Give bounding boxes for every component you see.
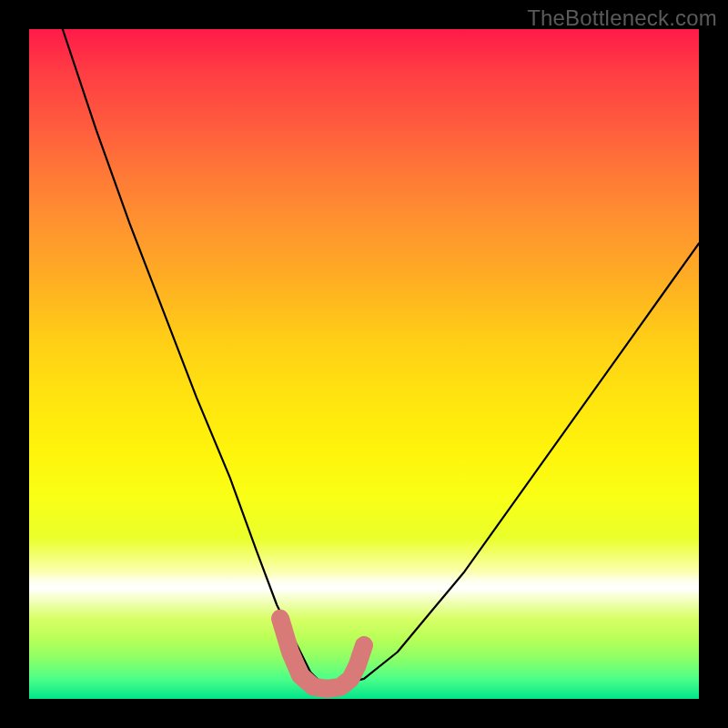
chart-frame: TheBottleneck.com — [0, 0, 728, 728]
bottleneck-chart — [29, 29, 699, 699]
bottleneck-curve — [63, 29, 699, 685]
plot-area — [29, 29, 699, 699]
optimal-range-highlight — [280, 619, 364, 689]
watermark-text: TheBottleneck.com — [527, 5, 717, 31]
